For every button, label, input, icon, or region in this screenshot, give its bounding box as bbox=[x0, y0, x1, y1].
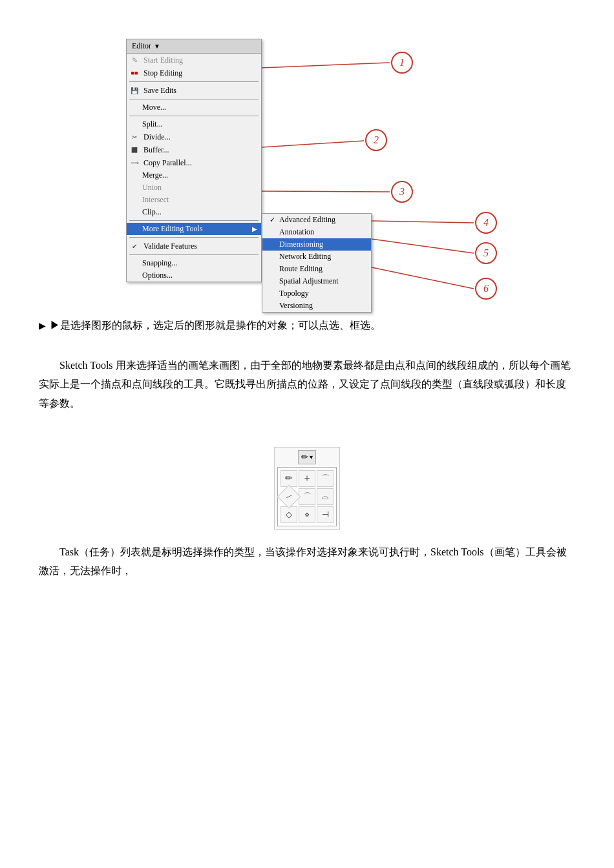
menu-item-union[interactable]: Union bbox=[127, 181, 261, 194]
menu-item-split[interactable]: Split... bbox=[127, 118, 261, 130]
menu-item-move[interactable]: Move... bbox=[127, 101, 261, 114]
submenu-item-spatial-adjustment[interactable]: Spatial Adjustment bbox=[262, 275, 371, 287]
editor-menu: Editor ▼ ✎ Start Editing ■■ Stop Editing… bbox=[126, 39, 262, 282]
submenu-item-advanced-editing[interactable]: ✓ Advanced Editing bbox=[262, 214, 371, 226]
validate-features-label: Validate Features bbox=[143, 242, 197, 251]
menu-item-divide[interactable]: ✂ Divide... bbox=[127, 130, 261, 143]
sketch-tools-area: ✏ ▾ ✏ + ⌒ / ⌒ ⌓ ◇ ⋄ ⊣ bbox=[39, 447, 575, 530]
menu-item-snapping[interactable]: Snapping... bbox=[127, 257, 261, 269]
union-label: Union bbox=[142, 183, 162, 192]
divide-icon: ✂ bbox=[129, 132, 140, 142]
menu-item-more-editing-tools[interactable]: More Editing Tools ▶ bbox=[127, 223, 261, 235]
submenu-item-annotation[interactable]: Annotation bbox=[262, 226, 371, 238]
text-block-2: Sketch Tools 用来选择适当的画笔来画图，由于全部的地物要素最终都是由… bbox=[39, 356, 575, 421]
copy-parallel-label: Copy Parallel... bbox=[143, 158, 192, 168]
submenu-item-dimensioning[interactable]: Dimensioning bbox=[262, 238, 371, 251]
diagram-wrapper: Editor ▼ ✎ Start Editing ■■ Stop Editing… bbox=[87, 26, 527, 297]
network-editing-label: Network Editing bbox=[279, 252, 331, 262]
sketch-cell-arc3: ⌓ bbox=[317, 488, 333, 505]
save-edits-icon: 💾 bbox=[129, 85, 140, 96]
sketch-cell-diamond2: ⋄ bbox=[299, 506, 315, 523]
more-editing-tools-label: More Editing Tools bbox=[142, 224, 203, 234]
menu-item-copy-parallel[interactable]: ⟿ Copy Parallel... bbox=[127, 156, 261, 169]
menu-item-stop-editing[interactable]: ■■ Stop Editing bbox=[127, 67, 261, 79]
text-block-1: ▶ ▶是选择图形的鼠标，选定后的图形就是操作的对象；可以点选、框选。 bbox=[39, 316, 575, 343]
editor-menu-title: Editor ▼ bbox=[127, 39, 261, 54]
page-content: Editor ▼ ✎ Start Editing ■■ Stop Editing… bbox=[39, 19, 575, 601]
separator-6 bbox=[129, 254, 259, 255]
sketch-grid: ✏ + ⌒ / ⌒ ⌓ ◇ ⋄ ⊣ bbox=[277, 467, 337, 526]
start-editing-label: Start Editing bbox=[143, 56, 183, 65]
advanced-editing-label: Advanced Editing bbox=[279, 215, 335, 225]
svg-line-2 bbox=[262, 191, 390, 192]
callout-2: 2 bbox=[365, 129, 387, 151]
buffer-icon: ⬛ bbox=[129, 145, 140, 155]
callout-5: 5 bbox=[475, 242, 497, 264]
snapping-label: Snapping... bbox=[142, 258, 177, 268]
sketch-tools-box: ✏ ▾ ✏ + ⌒ / ⌒ ⌓ ◇ ⋄ ⊣ bbox=[274, 447, 340, 530]
split-label: Split... bbox=[142, 119, 163, 129]
check-advanced-editing: ✓ bbox=[268, 216, 277, 224]
editor-label: Editor bbox=[132, 41, 151, 51]
svg-line-1 bbox=[262, 141, 364, 147]
submenu-item-versioning[interactable]: Versioning bbox=[262, 300, 371, 312]
submenu-item-network-editing[interactable]: Network Editing bbox=[262, 251, 371, 263]
callout-6: 6 bbox=[475, 278, 497, 300]
bullet-text: ▶是选择图形的鼠标，选定后的图形就是操作的对象；可以点选、框选。 bbox=[50, 316, 381, 335]
diagram-area: Editor ▼ ✎ Start Editing ■■ Stop Editing… bbox=[39, 26, 575, 297]
start-editing-icon: ✎ bbox=[129, 55, 140, 65]
sketch-dropdown-icon: ▾ bbox=[310, 453, 313, 460]
submenu-item-route-editing[interactable]: Route Editing bbox=[262, 263, 371, 275]
menu-item-clip[interactable]: Clip... bbox=[127, 206, 261, 218]
sketch-toolbar-top: ✏ ▾ bbox=[298, 450, 316, 464]
callout-1: 1 bbox=[391, 52, 413, 74]
validate-features-icon: ✔ bbox=[129, 241, 140, 251]
separator-3 bbox=[129, 116, 259, 116]
dropdown-arrow-icon: ▼ bbox=[154, 43, 160, 50]
versioning-label: Versioning bbox=[279, 301, 313, 311]
bullet-paragraph: ▶ ▶是选择图形的鼠标，选定后的图形就是操作的对象；可以点选、框选。 bbox=[39, 316, 575, 335]
menu-item-options[interactable]: Options... bbox=[127, 269, 261, 282]
svg-line-4 bbox=[372, 239, 474, 253]
submenu-arrow-icon: ▶ bbox=[252, 225, 257, 232]
menu-item-start-editing[interactable]: ✎ Start Editing bbox=[127, 54, 261, 67]
stop-editing-icon: ■■ bbox=[129, 68, 140, 78]
merge-label: Merge... bbox=[142, 170, 168, 180]
menu-item-buffer[interactable]: ⬛ Buffer... bbox=[127, 143, 261, 156]
copy-parallel-icon: ⟿ bbox=[129, 158, 140, 168]
submenu-more-editing: ✓ Advanced Editing Annotation Dimensioni… bbox=[262, 213, 372, 313]
topology-label: Topology bbox=[279, 289, 309, 298]
separator-1 bbox=[129, 81, 259, 82]
separator-2 bbox=[129, 99, 259, 99]
route-editing-label: Route Editing bbox=[279, 264, 323, 274]
menu-item-validate-features[interactable]: ✔ Validate Features bbox=[127, 240, 261, 253]
svg-line-3 bbox=[372, 221, 474, 223]
callout-3: 3 bbox=[391, 181, 413, 203]
sketch-cell-arc1: ⌒ bbox=[317, 470, 333, 487]
callout-4: 4 bbox=[475, 212, 497, 234]
stop-editing-label: Stop Editing bbox=[143, 68, 182, 78]
sketch-tools-paragraph: Sketch Tools 用来选择适当的画笔来画图，由于全部的地物要素最终都是由… bbox=[39, 356, 575, 413]
menu-item-merge[interactable]: Merge... bbox=[127, 169, 261, 181]
save-edits-label: Save Edits bbox=[143, 86, 176, 96]
separator-5 bbox=[129, 237, 259, 238]
move-label: Move... bbox=[142, 103, 166, 112]
sketch-cell-arc2: ⌒ bbox=[299, 488, 315, 505]
annotation-label: Annotation bbox=[279, 227, 314, 237]
options-label: Options... bbox=[142, 271, 173, 280]
intersect-label: Intersect bbox=[142, 195, 169, 205]
bullet-arrow-icon: ▶ bbox=[39, 318, 46, 334]
buffer-label: Buffer... bbox=[143, 145, 169, 155]
sketch-cell-line: / bbox=[277, 484, 301, 508]
submenu-item-topology[interactable]: Topology bbox=[262, 287, 371, 300]
task-paragraph: Task（任务）列表就是标明选择操作的类型，当该操作对选择对象来说可执行时，Sk… bbox=[39, 542, 575, 581]
menu-item-intersect[interactable]: Intersect bbox=[127, 194, 261, 206]
sketch-cell-plus: + bbox=[299, 470, 315, 487]
separator-4 bbox=[129, 220, 259, 221]
spatial-adjustment-label: Spatial Adjustment bbox=[279, 276, 339, 286]
svg-line-5 bbox=[372, 267, 474, 289]
sketch-cell-bracket: ⊣ bbox=[317, 506, 333, 523]
menu-item-save-edits[interactable]: 💾 Save Edits bbox=[127, 84, 261, 97]
sketch-pencil-icon: ✏ bbox=[301, 452, 308, 462]
svg-line-0 bbox=[262, 63, 390, 68]
